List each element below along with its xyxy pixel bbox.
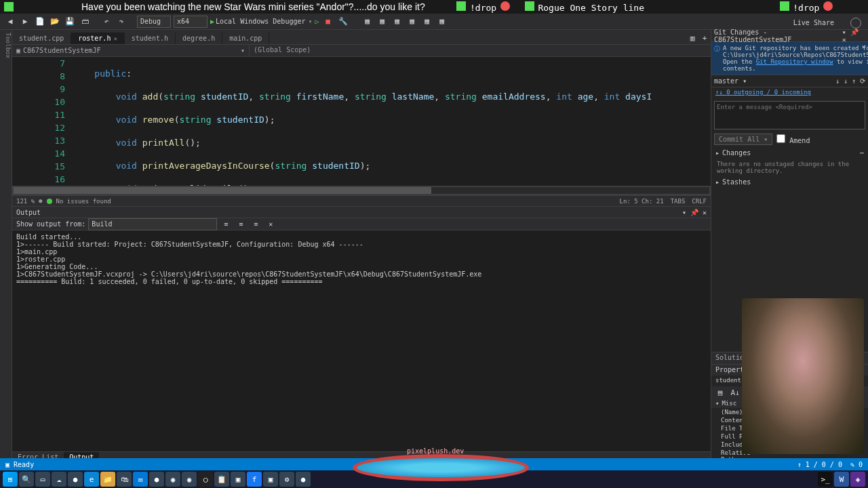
start-no-debug-button[interactable]: ▷	[315, 18, 319, 25]
dropdown-icon[interactable]: ▾	[842, 28, 846, 36]
output-tool-icon[interactable]: ≡	[235, 218, 247, 230]
tab-main-cpp[interactable]: main.cpp	[222, 33, 269, 44]
status-ok-icon	[47, 199, 52, 204]
git-branch-row: master ▾ ↓ ↓ ↑ ⟳	[711, 75, 868, 87]
terminal-icon[interactable]: >_	[818, 472, 833, 487]
pin-icon[interactable]: ▾	[682, 209, 686, 216]
save-all-icon[interactable]: 🗃	[79, 16, 91, 28]
platform-dropdown[interactable]: x64	[174, 16, 208, 28]
explorer-icon[interactable]: 📁	[100, 472, 115, 487]
symbol-scope-dropdown[interactable]: (Global Scope)	[250, 45, 711, 56]
word-icon[interactable]: W	[834, 472, 849, 487]
app-icon[interactable]: ▣	[231, 472, 245, 487]
git-sync-link[interactable]: ↑↓ 0 outgoing / 0 incoming	[711, 87, 868, 98]
horizontal-scrollbar[interactable]	[12, 186, 711, 195]
indent-mode[interactable]: TABS	[671, 198, 686, 205]
red-ball-icon	[500, 1, 510, 11]
liveshare-button[interactable]: Live Share	[793, 19, 834, 26]
undo-icon[interactable]: ↶	[100, 16, 113, 28]
code-editor[interactable]: 78910111213141516 public: void add(strin…	[12, 57, 711, 186]
pin-icon[interactable]: 📌	[850, 28, 859, 36]
pull-icon[interactable]: ↓	[844, 77, 848, 85]
feedback-icon[interactable]: ☻	[39, 198, 42, 205]
mail-icon[interactable]: ✉	[133, 472, 148, 487]
git-repo-window-link[interactable]: Git Repository window	[756, 58, 833, 65]
toolbar-icon[interactable]: ▦	[361, 16, 374, 28]
toolbar-icon[interactable]: ▦	[391, 16, 403, 28]
task-view-icon[interactable]: ▭	[35, 472, 50, 487]
stop-icon[interactable]: ■	[322, 16, 334, 28]
app-icon[interactable]: ▣	[263, 472, 278, 487]
check-icon	[4, 2, 14, 12]
categorize-icon[interactable]: ▤	[714, 386, 726, 399]
start-button[interactable]: ⊞	[3, 472, 18, 487]
toolbar-icon[interactable]: ▦	[376, 16, 389, 28]
tab-degree-h[interactable]: degree.h	[176, 33, 222, 44]
obs-icon[interactable]: ◯	[198, 472, 213, 487]
toolbar-icon[interactable]: ▦	[436, 16, 448, 28]
changes-section[interactable]: ▸ Changes⋯	[711, 146, 868, 159]
redo-icon[interactable]: ↷	[115, 16, 127, 28]
output-tool-icon[interactable]: ≡	[220, 218, 232, 230]
tab-student-cpp[interactable]: student.cpp	[12, 33, 71, 44]
save-icon[interactable]: 💾	[64, 16, 76, 28]
changes-body: There are no unstaged changes in the wor…	[711, 159, 868, 176]
red-ball-icon	[823, 1, 833, 11]
nav-back-icon[interactable]: ◀	[4, 16, 16, 28]
stashes-section[interactable]: ▸ Stashes	[711, 176, 868, 188]
commit-message-input[interactable]: Enter a message <Required>	[714, 101, 865, 129]
new-file-icon[interactable]: 📄	[34, 16, 46, 28]
visual-studio-icon[interactable]: ◈	[850, 472, 865, 487]
window-split-icon[interactable]: ▥	[686, 32, 698, 44]
scope-bar: ▣ C867StudentSystemJF▾ (Global Scope)	[12, 45, 711, 57]
stream-chat-text: Have you been watching the new Star Wars…	[81, 1, 425, 12]
config-dropdown[interactable]: Debug	[137, 16, 171, 28]
clear-icon[interactable]: ✕	[264, 218, 277, 230]
push-icon[interactable]: ↑	[852, 77, 856, 85]
add-icon[interactable]: +	[698, 32, 711, 44]
line-ending[interactable]: CRLF	[692, 198, 707, 205]
weather-icon[interactable]: ☁	[52, 472, 66, 487]
app-icon[interactable]: ●	[149, 472, 164, 487]
output-toolbar: Show output from: Build ≡ ≡ ≡ ✕	[12, 218, 711, 230]
close-icon[interactable]: ✕	[113, 35, 117, 42]
app-icon[interactable]: ⚙	[279, 472, 294, 487]
sync-icon[interactable]: ⟳	[860, 77, 865, 85]
start-debug-button[interactable]: ▶Local Windows Debugger▾	[210, 18, 313, 25]
code-body[interactable]: public: void add(string studentID, strin…	[73, 57, 711, 186]
chrome-icon[interactable]: ◉	[165, 472, 180, 487]
tab-roster-h[interactable]: roster.h✕	[71, 33, 125, 44]
close-icon[interactable]: ✕	[862, 43, 865, 50]
output-tool-icon[interactable]: ≡	[250, 218, 262, 230]
account-icon[interactable]	[850, 18, 861, 28]
store-icon[interactable]: 🛍	[117, 472, 132, 487]
project-scope-dropdown[interactable]: ▣ C867StudentSystemJF▾	[12, 45, 250, 56]
facebook-icon[interactable]: f	[247, 472, 262, 487]
nav-fwd-icon[interactable]: ▶	[19, 16, 31, 28]
check-icon	[456, 1, 466, 11]
toolbox-sidebar[interactable]: Toolbox	[0, 30, 12, 464]
output-text[interactable]: Build started... 1>------ Build started:…	[12, 230, 711, 451]
commit-all-button[interactable]: Commit All ▾	[714, 134, 772, 145]
app-icon[interactable]: ●	[296, 472, 311, 487]
close-icon[interactable]: ✕	[703, 209, 707, 216]
zoom-level[interactable]: 121 %	[16, 198, 35, 205]
pin-icon[interactable]: 📌	[690, 209, 698, 216]
search-icon[interactable]: 🔍	[19, 472, 34, 487]
amend-checkbox[interactable]: Amend	[776, 134, 810, 144]
alpha-icon[interactable]: A↓	[729, 386, 741, 399]
edge-icon[interactable]: e	[84, 472, 99, 487]
git-changes-header: Git Changes - C867StudentSystemJF ▾ 📌 ✕	[711, 30, 868, 42]
fetch-icon[interactable]: ↓	[835, 77, 840, 85]
toolbar-icon[interactable]: ▦	[421, 16, 433, 28]
open-icon[interactable]: 📂	[49, 16, 61, 28]
output-source-dropdown[interactable]: Build	[88, 218, 217, 230]
app-icon[interactable]: ◉	[182, 472, 197, 487]
output-from-label: Show output from:	[16, 220, 85, 228]
app-icon[interactable]: ●	[68, 472, 83, 487]
tab-student-h[interactable]: student.h	[125, 33, 176, 44]
app-icon[interactable]: 📋	[214, 472, 229, 487]
branch-dropdown[interactable]: master ▾	[714, 77, 747, 85]
build-icon[interactable]: 🔧	[337, 16, 349, 28]
toolbar-icon[interactable]: ▦	[406, 16, 418, 28]
